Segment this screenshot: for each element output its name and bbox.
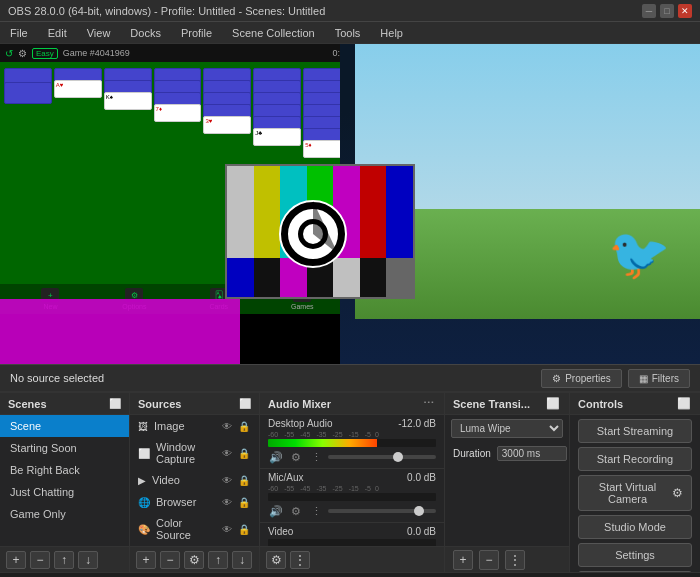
add-scene-button[interactable]: + [6, 551, 26, 569]
preview-area: ↺ ⚙ Easy Game #4041969 0:00 A♥ K♠ [0, 44, 700, 364]
bot-bar-6 [360, 258, 387, 297]
video-audio-name: Video [268, 526, 293, 537]
bot-bar-2 [254, 258, 281, 297]
eye-icon-4[interactable]: 👁 [220, 495, 234, 509]
source-item-browser[interactable]: 🌐 Browser 👁 🔒 [130, 491, 259, 513]
solitaire-settings-icon: ⚙ [18, 48, 27, 59]
card-f3: 7♦ [154, 104, 202, 122]
menu-docks[interactable]: Docks [126, 25, 165, 41]
start-virtual-camera-button[interactable]: Start Virtual Camera ⚙ [578, 475, 692, 511]
source-item-video[interactable]: ▶ Video 👁 🔒 [130, 469, 259, 491]
move-source-down-button[interactable]: ↓ [232, 551, 252, 569]
minimize-button[interactable]: ─ [642, 4, 656, 18]
desktop-fader-thumb[interactable] [393, 452, 403, 462]
menu-edit[interactable]: Edit [44, 25, 71, 41]
source-item-image[interactable]: 🖼 Image 👁 🔒 [130, 415, 259, 437]
mic-fader-thumb[interactable] [414, 506, 424, 516]
eye-icon-5[interactable]: 👁 [220, 522, 234, 536]
duration-label: Duration [453, 448, 491, 459]
mic-menu-icon[interactable]: ⋮ [308, 503, 324, 519]
menu-help[interactable]: Help [376, 25, 407, 41]
duration-input[interactable] [497, 446, 567, 461]
bar-white [227, 166, 254, 258]
transitions-menu-icon[interactable]: ⬜ [545, 396, 561, 412]
remove-scene-button[interactable]: − [30, 551, 50, 569]
sources-header: Sources ⬜ [130, 393, 259, 415]
menu-file[interactable]: File [6, 25, 32, 41]
lock-icon-4[interactable]: 🔒 [237, 495, 251, 509]
browser-source-label: Browser [156, 496, 196, 508]
maximize-button[interactable]: □ [660, 4, 674, 18]
move-scene-down-button[interactable]: ↓ [78, 551, 98, 569]
mic-fader[interactable] [328, 509, 436, 513]
card-col-2: A♥ [54, 68, 102, 268]
audio-track-desktop: Desktop Audio -12.0 dB -60-55-45-35-25-1… [260, 415, 444, 469]
source-item-window-capture[interactable]: ⬜ Window Capture 👁 🔒 [130, 437, 259, 469]
scene-item-game-only[interactable]: Game Only [0, 503, 129, 525]
mic-settings-icon[interactable]: ⚙ [288, 503, 304, 519]
transition-select[interactable]: Luma Wipe [451, 419, 563, 438]
eye-icon-2[interactable]: 👁 [220, 446, 234, 460]
video-source-icon: ▶ [138, 475, 146, 486]
settings-button[interactable]: Settings [578, 543, 692, 567]
image-source-actions: 👁 🔒 [220, 419, 251, 433]
virtual-camera-gear-icon: ⚙ [672, 486, 683, 500]
card-f2: K♠ [104, 92, 152, 110]
exit-button[interactable]: Exit [578, 571, 692, 572]
desktop-settings-icon[interactable]: ⚙ [288, 449, 304, 465]
lock-icon[interactable]: 🔒 [237, 419, 251, 433]
scene-item-be-right-back[interactable]: Be Right Back [0, 459, 129, 481]
card-f5: J♣ [253, 128, 301, 146]
menu-scene-collection[interactable]: Scene Collection [228, 25, 319, 41]
add-transition-button[interactable]: + [453, 550, 473, 570]
properties-button[interactable]: ⚙ Properties [541, 369, 622, 388]
filter-icon: ▦ [639, 373, 648, 384]
scene-item-scene[interactable]: Scene [0, 415, 129, 437]
audio-mixer-menu-icon[interactable]: ⋯ [420, 396, 436, 412]
desktop-audio-name: Desktop Audio [268, 418, 333, 429]
card-col-1 [4, 68, 52, 268]
window-capture-source-icon: ⬜ [138, 448, 150, 459]
menu-tools[interactable]: Tools [331, 25, 365, 41]
remove-source-button[interactable]: − [160, 551, 180, 569]
scene-item-just-chatting[interactable]: Just Chatting [0, 481, 129, 503]
scenes-header: Scenes ⬜ [0, 393, 129, 415]
studio-mode-button[interactable]: Studio Mode [578, 515, 692, 539]
audio-settings-btn[interactable]: ⚙ [266, 551, 286, 569]
video-source-label: Video [152, 474, 180, 486]
audio-menu-btn[interactable]: ⋮ [290, 551, 310, 569]
filters-button[interactable]: ▦ Filters [628, 369, 690, 388]
move-source-up-button[interactable]: ↑ [208, 551, 228, 569]
sources-title: Sources [138, 398, 181, 410]
scene-item-starting-soon[interactable]: Starting Soon [0, 437, 129, 459]
menu-profile[interactable]: Profile [177, 25, 216, 41]
transition-menu-button[interactable]: ⋮ [505, 550, 525, 570]
source-item-color[interactable]: 🎨 Color Source 👁 🔒 [130, 513, 259, 545]
image-source-label: Image [154, 420, 185, 432]
scenes-panel: Scenes ⬜ Scene Starting Soon Be Right Ba… [0, 393, 130, 572]
games-label: Games [291, 303, 314, 310]
lock-icon-3[interactable]: 🔒 [237, 473, 251, 487]
source-settings-button[interactable]: ⚙ [184, 551, 204, 569]
bar-yellow [254, 166, 281, 258]
menu-view[interactable]: View [83, 25, 115, 41]
window-capture-label: Window Capture [156, 441, 214, 465]
add-source-button[interactable]: + [136, 551, 156, 569]
lock-icon-5[interactable]: 🔒 [237, 522, 251, 536]
remove-transition-button[interactable]: − [479, 550, 499, 570]
eye-icon-3[interactable]: 👁 [220, 473, 234, 487]
video-audio-header: Video 0.0 dB [268, 526, 436, 537]
start-streaming-button[interactable]: Start Streaming [578, 419, 692, 443]
mic-mute-icon[interactable]: 🔊 [268, 503, 284, 519]
card-col-3: K♠ [104, 68, 152, 268]
eye-icon[interactable]: 👁 [220, 419, 234, 433]
desktop-fader[interactable] [328, 455, 436, 459]
desktop-mute-icon[interactable]: 🔊 [268, 449, 284, 465]
color-source-icon: 🎨 [138, 524, 150, 535]
move-scene-up-button[interactable]: ↑ [54, 551, 74, 569]
controls-menu-icon[interactable]: ⬜ [676, 396, 692, 412]
desktop-menu-icon[interactable]: ⋮ [308, 449, 324, 465]
start-recording-button[interactable]: Start Recording [578, 447, 692, 471]
lock-icon-2[interactable]: 🔒 [237, 446, 251, 460]
close-button[interactable]: ✕ [678, 4, 692, 18]
